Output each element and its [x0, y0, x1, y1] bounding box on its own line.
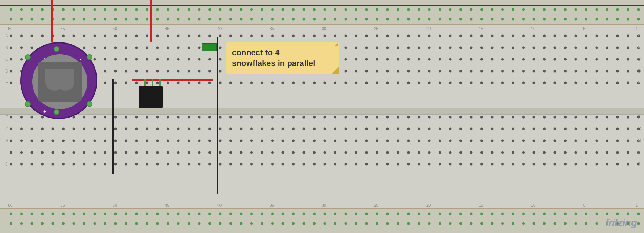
svg-point-788 [596, 151, 598, 154]
svg-point-713 [449, 140, 452, 142]
svg-point-567 [198, 116, 201, 119]
svg-point-512 [261, 82, 263, 84]
svg-point-634 [261, 128, 263, 130]
svg-point-753 [229, 151, 232, 154]
svg-text:E: E [5, 80, 8, 85]
svg-point-816 [250, 163, 253, 166]
svg-point-347 [449, 47, 452, 49]
svg-point-524 [386, 82, 389, 84]
svg-point-837 [470, 163, 473, 166]
svg-point-469 [449, 70, 452, 73]
svg-point-759 [292, 151, 295, 154]
svg-point-819 [282, 163, 284, 166]
svg-point-513 [271, 82, 274, 84]
svg-point-438 [125, 70, 127, 73]
svg-point-798 [62, 163, 65, 166]
svg-point-852 [627, 163, 629, 166]
lilypad-pad-top [54, 46, 59, 52]
svg-point-720 [522, 140, 525, 142]
svg-point-611 [20, 128, 23, 130]
svg-point-687 [177, 140, 180, 142]
svg-point-728 [606, 140, 608, 142]
rail-blue-bottom [0, 229, 644, 229]
svg-point-522 [365, 82, 368, 84]
svg-point-349 [470, 47, 473, 49]
svg-point-510 [240, 82, 243, 84]
svg-point-656 [491, 128, 494, 130]
wire-black-v1 [112, 79, 114, 174]
svg-point-538 [533, 82, 535, 84]
svg-point-568 [208, 116, 211, 119]
svg-point-672 [20, 140, 23, 142]
svg-point-576 [292, 116, 295, 119]
svg-point-502 [156, 82, 159, 84]
svg-point-270 [282, 35, 284, 37]
svg-point-780 [512, 151, 514, 154]
svg-point-603 [575, 116, 577, 119]
svg-point-583 [365, 116, 368, 119]
note-text-line2: snowflakes in parallel [232, 59, 315, 68]
svg-point-405 [418, 58, 420, 61]
svg-point-468 [439, 70, 441, 73]
svg-point-578 [313, 116, 316, 119]
svg-text:J: J [5, 162, 7, 167]
svg-point-682 [125, 140, 127, 142]
svg-point-287 [459, 35, 462, 37]
svg-point-250 [73, 35, 75, 37]
svg-point-770 [407, 151, 410, 154]
svg-point-827 [365, 163, 368, 166]
svg-point-427 [10, 70, 12, 73]
svg-point-829 [386, 163, 389, 166]
svg-point-445 [198, 70, 201, 73]
svg-point-381 [167, 58, 169, 61]
svg-point-768 [386, 151, 389, 154]
svg-point-461 [365, 70, 368, 73]
svg-point-563 [156, 116, 159, 119]
svg-point-677 [73, 140, 75, 142]
svg-point-805 [135, 163, 138, 166]
breadboard: AABBCCDDEEFFGGHHIIJJ60605555505045454040… [0, 0, 644, 233]
svg-point-806 [146, 163, 148, 166]
svg-point-733 [20, 151, 23, 154]
svg-point-744 [135, 151, 138, 154]
svg-point-781 [522, 151, 525, 154]
svg-point-689 [198, 140, 201, 142]
svg-point-323 [198, 47, 201, 49]
svg-point-548 [637, 82, 640, 84]
svg-point-633 [250, 128, 253, 130]
green-module [202, 43, 217, 51]
svg-point-853 [637, 163, 640, 166]
svg-point-787 [585, 151, 587, 154]
svg-point-564 [167, 116, 169, 119]
svg-point-283 [418, 35, 420, 37]
svg-point-808 [167, 163, 169, 166]
svg-point-736 [52, 151, 54, 154]
svg-point-529 [439, 82, 441, 84]
svg-point-698 [292, 140, 295, 142]
svg-point-722 [543, 140, 546, 142]
svg-point-626 [177, 128, 180, 130]
svg-point-268 [261, 35, 263, 37]
svg-point-424 [616, 58, 619, 61]
rail-top [0, 0, 644, 25]
svg-point-366 [10, 58, 12, 61]
svg-point-536 [512, 82, 514, 84]
svg-point-801 [94, 163, 96, 166]
svg-point-835 [449, 163, 452, 166]
svg-point-690 [208, 140, 211, 142]
svg-point-754 [240, 151, 243, 154]
lilypad-fork-right [56, 69, 74, 91]
svg-point-317 [135, 47, 138, 49]
svg-point-691 [219, 140, 222, 142]
svg-point-671 [10, 140, 12, 142]
svg-point-602 [564, 116, 567, 119]
svg-point-594 [480, 116, 483, 119]
svg-point-261 [188, 35, 190, 37]
svg-point-480 [564, 70, 567, 73]
svg-point-810 [188, 163, 190, 166]
svg-point-446 [208, 70, 211, 73]
svg-point-839 [491, 163, 494, 166]
svg-point-643 [355, 128, 357, 130]
svg-point-752 [219, 151, 222, 154]
svg-point-252 [94, 35, 96, 37]
